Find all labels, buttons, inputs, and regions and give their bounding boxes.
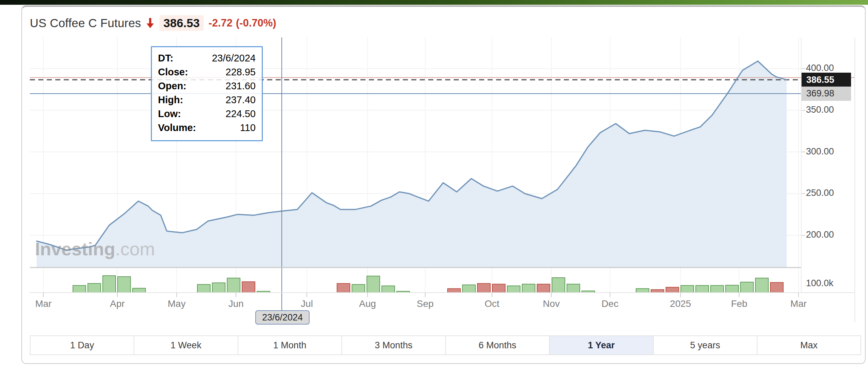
time-tick-label: Oct xyxy=(485,298,499,309)
tooltip-label: Low: xyxy=(158,107,181,121)
time-tick-label: Jun xyxy=(228,298,243,309)
range-button-5-years[interactable]: 5 years xyxy=(654,336,757,354)
investing-chart-page: Investing.com US Coffee C Futures 386.53… xyxy=(0,0,868,368)
time-range-toolbar: 1 Day1 Week1 Month3 Months6 Months1 Year… xyxy=(30,335,861,355)
tooltip-row-open: Open:231.60 xyxy=(158,79,256,93)
time-tick-label: Dec xyxy=(601,298,618,309)
tooltip-row-close: Close:228.95 xyxy=(158,65,256,79)
price-tick-label: 350.00 xyxy=(806,105,834,115)
tooltip-value: 237.40 xyxy=(225,93,256,107)
volume-axis-label: 100.0k xyxy=(806,278,833,289)
tooltip-label: Volume: xyxy=(158,121,196,135)
range-button-1-year[interactable]: 1 Year xyxy=(550,336,653,354)
last-price-badge: 386.55 xyxy=(802,73,851,87)
tooltip-value: 224.50 xyxy=(225,107,256,121)
tooltip-label: DT: xyxy=(158,51,173,65)
time-tick-label: Apr xyxy=(110,298,125,309)
tooltip-value: 231.60 xyxy=(225,79,256,93)
tooltip-value: 228.95 xyxy=(225,65,256,79)
tooltip-row-high: High:237.40 xyxy=(158,93,256,107)
range-button-1-month[interactable]: 1 Month xyxy=(238,336,342,354)
price-tick-label: 250.00 xyxy=(806,188,834,198)
tooltip-label: Close: xyxy=(158,65,188,79)
time-tick-label: Jul xyxy=(301,298,313,309)
range-button-3-months[interactable]: 3 Months xyxy=(342,336,446,354)
watermark-suffix: .com xyxy=(115,239,155,259)
price-tick-label: 400.00 xyxy=(806,63,834,73)
time-tick-label: Mar xyxy=(35,298,52,309)
price-tick-label: 300.00 xyxy=(806,146,834,157)
investing-watermark: Investing.com xyxy=(35,238,155,259)
range-button-6-months[interactable]: 6 Months xyxy=(446,336,550,354)
range-button-max[interactable]: Max xyxy=(757,336,861,354)
tooltip-row-volume: Volume:110 xyxy=(158,121,256,135)
tooltip-label: High: xyxy=(158,93,183,107)
tooltip-row-low: Low:224.50 xyxy=(158,107,256,121)
tooltip-label: Open: xyxy=(158,79,186,93)
range-button-1-day[interactable]: 1 Day xyxy=(31,336,134,354)
time-tick-label: Nov xyxy=(543,298,560,309)
tooltip-row-dt: DT:23/6/2024 xyxy=(158,51,256,65)
chart-plot-area[interactable] xyxy=(0,0,868,368)
crosshair-price-badge: 369.98 xyxy=(802,87,851,101)
range-button-1-week[interactable]: 1 Week xyxy=(134,336,238,354)
time-tick-label: Feb xyxy=(731,298,747,309)
tooltip-value: 110 xyxy=(240,121,256,135)
watermark-brand: Investing xyxy=(35,239,115,259)
price-tick-label: 200.00 xyxy=(806,229,834,240)
tooltip-value: 23/6/2024 xyxy=(212,51,256,65)
time-tick-label: Mar xyxy=(790,298,807,309)
time-tick-label: May xyxy=(168,298,186,309)
crosshair-date-badge: 23/6/2024 xyxy=(255,310,310,325)
time-tick-label: Sep xyxy=(417,298,434,309)
time-tick-label: 2025 xyxy=(670,298,691,309)
time-tick-label: Aug xyxy=(359,298,376,309)
ohlc-tooltip: DT:23/6/2024 Close:228.95 Open:231.60 Hi… xyxy=(151,46,263,141)
